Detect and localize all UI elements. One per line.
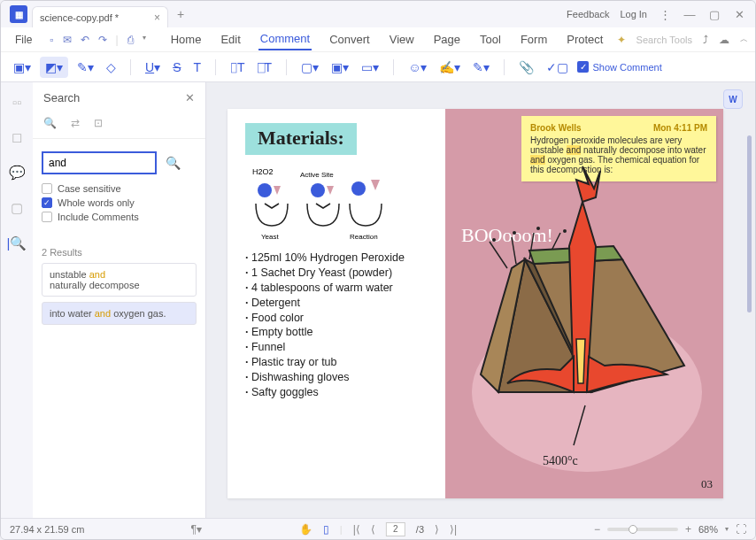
checkbox-off-icon [42, 212, 52, 222]
bookmark-icon[interactable]: ◻ [12, 129, 22, 145]
wand-icon[interactable]: ✦ [617, 34, 626, 46]
tab-page[interactable]: Page [432, 29, 462, 50]
eraser-tool[interactable]: ◇ [103, 58, 120, 76]
close-window-icon[interactable]: ✕ [732, 8, 746, 21]
reaction-diagram: H2O2 Yeast Active Site Reaction [245, 164, 435, 243]
maximize-icon[interactable]: ▢ [707, 8, 721, 21]
run-search-icon[interactable]: 🔍 [166, 156, 181, 170]
callout-tool[interactable]: ⎕T [254, 58, 276, 76]
replace-mode-icon[interactable]: ⇄ [71, 117, 80, 129]
comment-note[interactable]: Brook Wells Mon 4:11 PM Hydrogen peroxid… [521, 116, 716, 181]
zoom-in-icon[interactable]: + [685, 523, 691, 536]
tab-form[interactable]: Form [519, 29, 549, 50]
tab-home[interactable]: Home [169, 29, 204, 50]
svg-line-16 [574, 405, 585, 445]
zoom-slider[interactable] [607, 528, 678, 531]
page-total: /3 [416, 524, 424, 535]
whole-words-option[interactable]: ✓ Whole words only [42, 197, 197, 208]
login-link[interactable]: Log In [620, 9, 647, 19]
print-dropdown-icon[interactable]: ▾ [143, 34, 146, 46]
user-stamp-tool[interactable]: ☺▾ [405, 58, 430, 76]
feedback-link[interactable]: Feedback [567, 9, 609, 19]
measure-tool[interactable]: ▭▾ [358, 58, 382, 76]
word-convert-badge[interactable]: W [723, 89, 743, 109]
print-icon[interactable]: ⎙ [127, 34, 134, 46]
stamp-tool[interactable]: ▣▾ [328, 58, 352, 76]
note-tool[interactable]: ▣▾ [10, 58, 35, 76]
results-count: 2 Results [42, 247, 197, 258]
comment-panel-icon[interactable]: 💬 [9, 165, 26, 181]
file-tab-label: science-copy.pdf * [40, 12, 119, 23]
search-tools-input[interactable]: Search Tools [636, 35, 692, 45]
underline-tool[interactable]: U▾ [142, 58, 164, 76]
redo-icon[interactable]: ↷ [98, 34, 107, 46]
close-tab-icon[interactable]: × [154, 12, 160, 24]
scrollbar-icon[interactable] [747, 135, 752, 312]
mail-icon[interactable]: ✉ [63, 34, 72, 46]
strike-tool[interactable]: S [169, 58, 184, 76]
show-comment-toggle[interactable]: ✓ Show Comment [577, 61, 661, 73]
checkbox-off-icon [42, 183, 52, 194]
zoom-dropdown-icon[interactable]: ▾ [725, 525, 729, 533]
page-number: 03 [701, 477, 713, 491]
fullscreen-icon[interactable]: ⛶ [736, 523, 746, 536]
attachment-panel-icon[interactable]: ▢ [11, 200, 23, 216]
note-time: Mon 4:11 PM [653, 123, 707, 133]
include-comments-option[interactable]: Include Comments [42, 212, 197, 222]
search-panel-title: Search [43, 91, 80, 104]
format-icon[interactable]: ¶▾ [190, 523, 201, 536]
page-num-input[interactable]: 2 [386, 522, 405, 536]
search-input[interactable] [42, 151, 157, 174]
cloud-icon[interactable]: ☁ [719, 34, 729, 46]
tab-view[interactable]: View [388, 29, 416, 50]
app-logo: ▦ [10, 5, 27, 23]
tab-edit[interactable]: Edit [219, 29, 242, 50]
undo-icon[interactable]: ↶ [81, 34, 89, 46]
sign2-tool[interactable]: ✎▾ [469, 58, 493, 76]
first-page-icon[interactable]: |⟨ [353, 523, 360, 536]
tab-protect[interactable]: Protect [565, 29, 605, 50]
close-panel-icon[interactable]: ✕ [185, 91, 195, 104]
pencil-tool[interactable]: ✎▾ [73, 58, 97, 76]
note-author: Brook Wells [530, 123, 582, 133]
kebab-icon[interactable]: ⋮ [658, 8, 672, 21]
new-tab-button[interactable]: + [177, 7, 184, 21]
zoom-out-icon[interactable]: − [594, 523, 600, 536]
highlight-tool[interactable]: ◩▾ [40, 57, 68, 78]
thumbnails-icon[interactable]: ▫▫ [12, 95, 22, 110]
sign-tool[interactable]: ✍▾ [436, 58, 464, 76]
materials-heading: Materials: [245, 123, 357, 155]
tab-tool[interactable]: Tool [478, 29, 503, 50]
svg-text:Yeast: Yeast [261, 233, 280, 241]
stamp2-tool[interactable]: ✓▢ [543, 58, 572, 76]
attach-tool[interactable]: 📎 [515, 58, 537, 76]
checkbox-on-icon: ✓ [42, 197, 52, 208]
save-icon[interactable]: ▫ [50, 34, 53, 46]
search-result[interactable]: into water and oxygen gas. [42, 302, 197, 325]
materials-list: 125ml 10% Hydrogen Peroxide 1 Sachet Dry… [245, 251, 435, 400]
share-icon[interactable]: ⤴ [703, 34, 708, 46]
advanced-mode-icon[interactable]: ⊡ [94, 117, 103, 129]
file-menu[interactable]: File [8, 32, 39, 48]
temperature-label: 5400°c [543, 454, 578, 468]
search-mode-icon[interactable]: 🔍 [43, 117, 57, 129]
last-page-icon[interactable]: ⟩| [450, 523, 457, 536]
file-tab[interactable]: science-copy.pdf * × [32, 6, 168, 27]
svg-point-5 [311, 183, 325, 197]
search-result[interactable]: unstable and naturally decompose [42, 263, 197, 297]
tab-convert[interactable]: Convert [328, 29, 372, 50]
prev-page-icon[interactable]: ⟨ [371, 523, 375, 536]
svg-marker-8 [371, 180, 380, 190]
text-tool[interactable]: T [189, 58, 204, 76]
shape-tool[interactable]: ▢▾ [297, 58, 322, 76]
tab-comment[interactable]: Comment [258, 28, 312, 50]
case-sensitive-option[interactable]: Case sensitive [42, 183, 197, 194]
next-page-icon[interactable]: ⟩ [435, 523, 439, 536]
minimize-icon[interactable]: — [683, 8, 697, 21]
chevron-up-icon[interactable]: ︿ [740, 34, 748, 45]
hand-tool-icon[interactable]: ✋ [299, 523, 312, 536]
svg-point-15 [583, 242, 587, 245]
search-panel-icon[interactable]: |🔍 [7, 235, 27, 251]
select-tool-icon[interactable]: ▯ [323, 523, 329, 536]
textbox-tool[interactable]: ⌷T [227, 58, 249, 76]
